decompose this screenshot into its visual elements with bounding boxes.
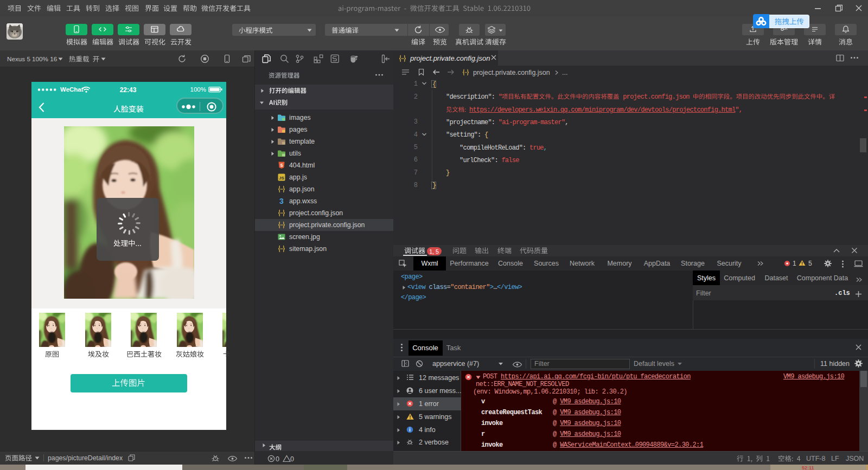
svg-text:3: 3: [279, 197, 284, 205]
svg-text:5: 5: [280, 163, 283, 168]
svg-text:JS: JS: [279, 176, 284, 181]
